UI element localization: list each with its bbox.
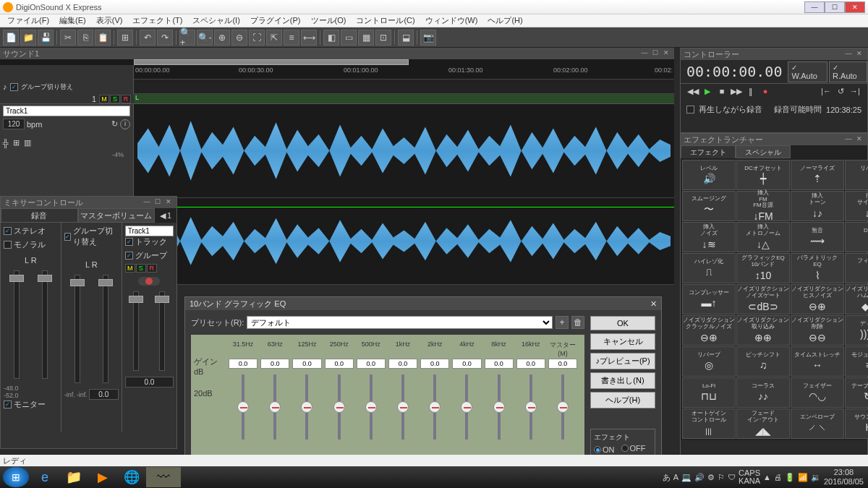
menu-special[interactable]: スペシャル(I) bbox=[188, 14, 244, 27]
cut-icon[interactable]: ✂ bbox=[60, 30, 76, 46]
mixer-solo[interactable]: S bbox=[136, 264, 146, 273]
track-fader-r[interactable] bbox=[155, 296, 169, 303]
mixdown-icon[interactable]: ⊞ bbox=[117, 30, 133, 46]
pan-slider[interactable] bbox=[138, 277, 160, 286]
preset-select[interactable]: デフォルト bbox=[247, 316, 553, 329]
effect-ノイズリダクション
ハムノイズ[interactable]: ノイズリダクション ハムノイズ◆⚡ bbox=[845, 284, 868, 314]
tab-master[interactable]: マスターボリューム bbox=[78, 208, 156, 223]
eq-band-input[interactable] bbox=[229, 359, 258, 369]
effect-モジュレーター[interactable]: モジュレーター≡≡ bbox=[845, 346, 868, 377]
clock[interactable]: 23:08 2016/08/05 bbox=[824, 468, 864, 487]
region-icon[interactable]: ▭ bbox=[341, 30, 357, 46]
minimize-button[interactable]: — bbox=[804, 1, 825, 13]
zoomv-out-icon[interactable]: ⊖ bbox=[231, 30, 247, 46]
eq-master-input[interactable] bbox=[548, 359, 577, 369]
tab-effect[interactable]: エフェクト bbox=[681, 145, 736, 158]
grid-icon[interactable]: ▦ bbox=[358, 30, 374, 46]
tray-gear-icon[interactable]: ⚙ bbox=[707, 473, 715, 482]
save-icon[interactable]: 💾 bbox=[38, 30, 54, 46]
effect-挿入
サイレンス[interactable]: 挿入 サイレンス↓⊘ bbox=[845, 191, 868, 221]
effect-挿入
FM
FM音源[interactable]: 挿入 FM FM音源↓FM bbox=[736, 191, 790, 221]
effect-ノイズリダクション
取り込み[interactable]: ノイズリダクション 取り込み⊕⊕ bbox=[736, 315, 790, 346]
effect-テープディレイ[interactable]: テープディレイ↻)) bbox=[845, 377, 868, 408]
eq-band-slider[interactable] bbox=[461, 401, 472, 413]
menu-effect[interactable]: エフェクト(T) bbox=[128, 14, 187, 27]
tray-a-icon[interactable]: A bbox=[673, 473, 678, 481]
ie-icon[interactable]: e bbox=[30, 467, 59, 487]
eq-band-slider[interactable] bbox=[237, 401, 249, 413]
waveform-left[interactable]: -4% bbox=[134, 104, 674, 198]
eq-band-input[interactable] bbox=[485, 359, 514, 369]
eq-band-slider[interactable] bbox=[333, 401, 345, 413]
effect-グラフィックEQ
10バンド[interactable]: グラフィックEQ 10バンド↕10 bbox=[736, 253, 790, 283]
refresh-icon[interactable]: ↻ bbox=[111, 119, 118, 129]
zoomin-icon[interactable]: 🔍+ bbox=[179, 30, 195, 46]
launcher-min-icon[interactable]: — bbox=[843, 135, 854, 144]
zoomout-icon[interactable]: 🔍- bbox=[197, 30, 213, 46]
effect-挿入
トーン[interactable]: 挿入 トーン↓♪ bbox=[791, 191, 844, 221]
stereo-check[interactable]: ✓ bbox=[4, 227, 12, 235]
eq-master-slider[interactable] bbox=[557, 401, 569, 413]
group-check2[interactable]: ✓ bbox=[125, 252, 133, 260]
tray-printer-icon[interactable]: 🖨 bbox=[774, 473, 782, 481]
media-icon[interactable]: ▶ bbox=[88, 467, 117, 487]
tray-net-icon[interactable]: 💻 bbox=[681, 473, 692, 482]
play-icon[interactable]: ▶ bbox=[701, 87, 714, 98]
eq-band-slider[interactable] bbox=[525, 401, 537, 413]
menu-help[interactable]: ヘルプ(H) bbox=[483, 14, 527, 27]
effect-ディレイ[interactable]: ディレイ))) ･･ bbox=[845, 315, 868, 346]
effect-挿入
メトロノーム[interactable]: 挿入 メトロノーム↓△ bbox=[736, 222, 790, 252]
track-check[interactable]: ✓ bbox=[125, 238, 133, 246]
effect-Lo-Fi[interactable]: Lo-Fi⊓⊔ bbox=[682, 377, 736, 408]
effect-パラメトリック
EQ[interactable]: パラメトリック EQ⌇ bbox=[791, 253, 844, 283]
new-icon[interactable]: 📄 bbox=[3, 30, 19, 46]
menu-control[interactable]: コントロール(C) bbox=[352, 14, 419, 27]
effect-リバース[interactable]: リバース↺ bbox=[845, 160, 868, 190]
tool-a-icon[interactable]: ≡ bbox=[284, 30, 299, 46]
group-switch-check[interactable]: ✓ bbox=[64, 233, 71, 241]
effect-ノイズリダクション
クラックルノイズ[interactable]: ノイズリダクション クラックルノイズ⊖⊕ bbox=[682, 315, 736, 346]
eq-band-input[interactable] bbox=[292, 359, 321, 369]
effect-DHFX[interactable]: DHFX▦ bbox=[845, 222, 868, 252]
eq-band-input[interactable] bbox=[516, 359, 545, 369]
mute-button[interactable]: M bbox=[99, 95, 109, 103]
fx-icon[interactable]: ▥ bbox=[24, 138, 31, 147]
effect-フェード
イン･アウト[interactable]: フェード イン･アウト◢◣ bbox=[736, 408, 790, 439]
eq-band-input[interactable] bbox=[357, 359, 386, 369]
loop-icon[interactable]: ↺ bbox=[834, 87, 847, 98]
solo-button[interactable]: S bbox=[110, 95, 120, 103]
ok-button[interactable]: OK bbox=[590, 316, 655, 330]
effect-ノイズリダクション
削除[interactable]: ノイズリダクション 削除⊖⊖ bbox=[791, 315, 844, 346]
effect-オートゲイン
コントロール[interactable]: オートゲイン コントロール⫼ bbox=[682, 408, 736, 439]
redo-icon[interactable]: ↷ bbox=[157, 30, 173, 46]
eq-band-slider[interactable] bbox=[269, 401, 281, 413]
help-button[interactable]: ヘルプ(H) bbox=[590, 392, 655, 408]
marker-icon[interactable]: ◧ bbox=[323, 30, 339, 46]
eq-close-icon[interactable]: ✕ bbox=[650, 299, 657, 309]
preset-del-icon[interactable]: 🗑 bbox=[571, 316, 584, 329]
menu-tool[interactable]: ツール(O) bbox=[307, 14, 351, 27]
effect-エンベロープ[interactable]: エンベロープ⟋⟍ bbox=[791, 408, 844, 439]
ctrl-close-icon[interactable]: ✕ bbox=[854, 50, 864, 59]
mixer-prev-icon[interactable]: ◀ bbox=[160, 211, 166, 221]
maximize-button[interactable]: ☐ bbox=[825, 1, 845, 13]
rec-fader-r[interactable] bbox=[38, 275, 52, 282]
effect-フィルター[interactable]: フィルター⧉ bbox=[845, 253, 868, 283]
mixer-max-icon[interactable]: ☐ bbox=[153, 198, 163, 207]
cancel-button[interactable]: キャンセル bbox=[590, 333, 655, 350]
zoomfit-icon[interactable]: ⇱ bbox=[266, 30, 282, 46]
eq-band-slider[interactable] bbox=[301, 401, 312, 413]
eq-band-slider[interactable] bbox=[397, 401, 409, 413]
track-name-field[interactable]: Track1 bbox=[3, 106, 130, 116]
menu-window[interactable]: ウィンドウ(W) bbox=[421, 14, 482, 27]
loop-start-icon[interactable]: |← bbox=[820, 87, 833, 98]
open-icon[interactable]: 📁 bbox=[20, 30, 36, 46]
preset-add-icon[interactable]: + bbox=[556, 316, 569, 329]
meter-icon[interactable]: ⬓ bbox=[398, 30, 414, 46]
launcher-close-icon[interactable]: ✕ bbox=[854, 135, 864, 144]
master-fader-r[interactable] bbox=[98, 279, 113, 286]
panel-close-icon[interactable]: ✕ bbox=[661, 49, 671, 58]
recplay-check[interactable] bbox=[686, 106, 694, 114]
menu-file[interactable]: ファイル(F) bbox=[3, 14, 54, 27]
eq-icon[interactable]: ⊞ bbox=[13, 138, 20, 147]
